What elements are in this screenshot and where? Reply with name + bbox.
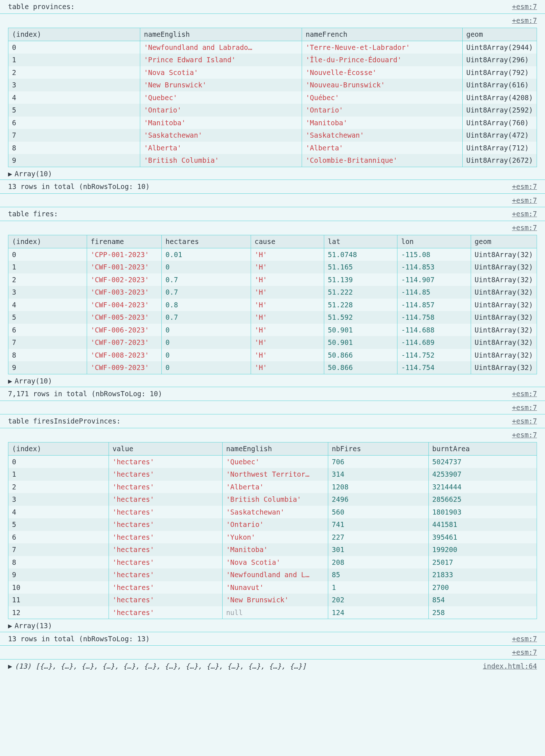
- table-cell: 441581: [428, 518, 537, 531]
- table-cell: 'Manitoba': [140, 117, 302, 129]
- table-cell: 'Northwest Territor…: [222, 468, 328, 481]
- table-cell: 50.866: [324, 349, 397, 362]
- column-header: lon: [397, 235, 471, 248]
- table-cell: Uint8Array(32): [471, 336, 537, 349]
- table-cell: 1: [8, 261, 87, 273]
- array-disclosure[interactable]: ▶Array(10): [0, 375, 545, 387]
- table-cell: 10: [8, 581, 109, 594]
- source-link[interactable]: +esm:7: [512, 16, 537, 24]
- column-header: firename: [87, 235, 162, 248]
- table-cell: 0: [8, 455, 109, 468]
- table-cell: 'Manitoba': [302, 117, 463, 129]
- source-link[interactable]: +esm:7: [512, 431, 537, 439]
- table-cell: 50.901: [324, 324, 397, 336]
- table-row: 5'hectares''Ontario'741441581: [8, 518, 537, 531]
- table-cell: 12: [8, 606, 109, 619]
- table-cell: 'New Brunswick': [140, 79, 302, 91]
- table-cell: Uint8Array(2592): [462, 104, 537, 117]
- array-disclosure[interactable]: ▶Array(10): [0, 168, 545, 180]
- table-cell: 706: [328, 455, 428, 468]
- table-cell: 1801903: [428, 506, 537, 519]
- source-link[interactable]: +esm:7: [512, 210, 537, 218]
- table-cell: -114.857: [397, 299, 471, 311]
- table-row: 4'CWF-004-2023'0.8'H'51.228-114.857Uint8…: [8, 299, 537, 311]
- table-cell: 50.866: [324, 361, 397, 374]
- table-row: 2'Nova Scotia''Nouvelle-Écosse'Uint8Arra…: [8, 66, 537, 79]
- source-link[interactable]: +esm:7: [512, 224, 537, 232]
- table-cell: 'hectares': [109, 543, 222, 556]
- source-link[interactable]: +esm:7: [512, 390, 537, 398]
- table-row: 5'Ontario''Ontario'Uint8Array(2592): [8, 104, 537, 117]
- table-cell: 25017: [428, 556, 537, 569]
- table-cell: -114.853: [397, 261, 471, 273]
- table-cell: 4: [8, 91, 140, 104]
- table-cell: -114.754: [397, 361, 471, 374]
- column-header: (index): [8, 28, 140, 41]
- source-link[interactable]: +esm:7: [512, 417, 537, 425]
- table-row: 10'hectares''Nunavut'12700: [8, 581, 537, 594]
- table-cell: 51.139: [324, 273, 397, 286]
- table-cell: 208: [328, 556, 428, 569]
- table-row: 3'New Brunswick''Nouveau-Brunswick'Uint8…: [8, 79, 537, 91]
- table-cell: Uint8Array(32): [471, 311, 537, 324]
- table-cell: 'British Columbia': [222, 493, 328, 506]
- table-cell: -114.688: [397, 324, 471, 336]
- table-cell: 6: [8, 324, 87, 336]
- console-line-text: 13 rows in total (nbRowsToLog: 10): [8, 181, 507, 192]
- table-cell: 'H': [251, 286, 324, 299]
- table-cell: 'Alberta': [140, 142, 302, 154]
- table-cell: 7: [8, 543, 109, 556]
- table-cell: 'H': [251, 273, 324, 286]
- table-row: 8'CWF-008-2023'0'H'50.866-114.752Uint8Ar…: [8, 349, 537, 362]
- table-cell: 0: [162, 261, 251, 273]
- table-cell: 854: [428, 594, 537, 606]
- table-cell: 227: [328, 531, 428, 544]
- source-link[interactable]: +esm:7: [512, 182, 537, 190]
- table-cell: 9: [8, 361, 87, 374]
- console-line: +esm:7: [0, 428, 545, 442]
- table-cell: 'hectares': [109, 493, 222, 506]
- table-cell: 'Terre-Neuve-et-Labrador': [302, 41, 463, 54]
- source-link[interactable]: +esm:7: [512, 3, 537, 11]
- column-header: geom: [471, 235, 537, 248]
- table-cell: 'H': [251, 248, 324, 261]
- table-row: 12'hectares'null124258: [8, 606, 537, 619]
- table-row: 1'Prince Edward Island''Île-du-Prince-Éd…: [8, 54, 537, 66]
- column-header: (index): [8, 235, 87, 248]
- source-link[interactable]: +esm:7: [512, 648, 537, 656]
- array-disclosure[interactable]: ▶Array(13): [0, 620, 545, 632]
- table-cell: 51.228: [324, 299, 397, 311]
- table-cell: 4253907: [428, 468, 537, 481]
- chevron-right-icon: ▶: [8, 661, 13, 672]
- console-line: 13 rows in total (nbRowsToLog: 13)+esm:7: [0, 632, 545, 646]
- source-link[interactable]: index.html:64: [483, 662, 537, 670]
- console-line: +esm:7: [0, 401, 545, 414]
- table-row: 4'hectares''Saskatchewan'5601801903: [8, 506, 537, 519]
- table-cell: 'Colombie-Britannique': [302, 154, 463, 167]
- console-output: table provinces:+esm:7+esm:7(index)nameE…: [0, 0, 545, 673]
- table-cell: 0.7: [162, 273, 251, 286]
- source-link[interactable]: +esm:7: [512, 635, 537, 643]
- table-cell: Uint8Array(792): [462, 66, 537, 79]
- array-disclosure[interactable]: ▶(13) [{…}, {…}, {…}, {…}, {…}, {…}, {…}…: [8, 661, 478, 672]
- table-cell: 8: [8, 349, 87, 362]
- console-line: +esm:7: [0, 221, 545, 235]
- column-header: (index): [8, 442, 109, 456]
- table-cell: 'New Brunswick': [222, 594, 328, 606]
- table-cell: 1: [8, 54, 140, 66]
- table-cell: 8: [8, 142, 140, 154]
- source-link[interactable]: +esm:7: [512, 196, 537, 204]
- console-line-text: 7,171 rows in total (nbRowsToLog: 10): [8, 389, 507, 399]
- table-cell: 199200: [428, 543, 537, 556]
- table-cell: 0: [8, 248, 87, 261]
- chevron-right-icon: ▶: [8, 169, 13, 179]
- table-cell: 'hectares': [109, 531, 222, 544]
- table-cell: 1: [328, 581, 428, 594]
- source-link[interactable]: +esm:7: [512, 403, 537, 412]
- table-cell: 'H': [251, 324, 324, 336]
- table-cell: -114.85: [397, 286, 471, 299]
- console-line: +esm:7: [0, 645, 545, 659]
- table-cell: 4: [8, 506, 109, 519]
- table-cell: 6: [8, 531, 109, 544]
- table-cell: 3: [8, 79, 140, 91]
